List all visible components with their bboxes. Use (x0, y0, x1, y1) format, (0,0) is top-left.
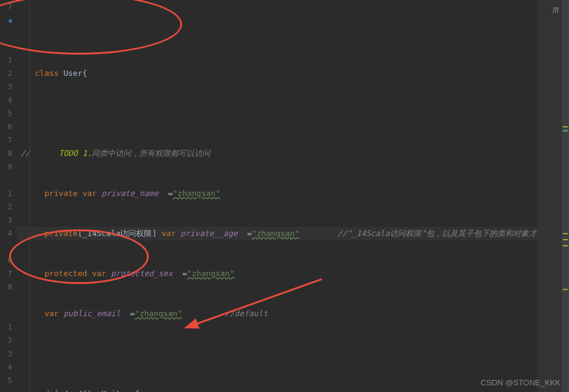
gutter: 7 ◉ 1 2 3 4 5 6 7 8 9 1 2 3 4 6 7 8 1 2 … (0, 0, 17, 392)
code-line[interactable]: class User{ (21, 67, 569, 80)
scroll-mark (563, 126, 568, 127)
code-line[interactable]: protected var protected_sex ="zhangsan" (21, 267, 569, 280)
line-num: 8 (0, 147, 12, 160)
line-num: 5 (0, 107, 12, 120)
line-num (0, 40, 12, 53)
scroll-mark (563, 245, 568, 246)
line-num: 1 (0, 53, 12, 67)
code-area[interactable]: class User{ // TODO 1.同类中访问，所有权限都可以访问 pr… (17, 0, 569, 392)
code-line[interactable]: // TODO 1.同类中访问，所有权限都可以访问 (21, 147, 569, 160)
line-num: 3 (0, 80, 12, 93)
line-num: 3 (0, 214, 12, 227)
scrollbar[interactable] (562, 0, 569, 392)
line-num: 7 (8, 2, 12, 11)
minimap[interactable]: m (537, 0, 562, 392)
scroll-mark (563, 130, 568, 132)
line-num (0, 307, 12, 320)
minimap-indicator: m (552, 4, 558, 15)
code-line[interactable] (21, 347, 569, 360)
line-num: 5 (0, 374, 12, 387)
code-line[interactable]: def test(): Unit = { (21, 387, 569, 392)
line-num: 1 (0, 187, 12, 200)
line-num: 8 (0, 280, 12, 294)
line-num: 7 (0, 267, 12, 280)
gutter-run-icon[interactable]: ◉ (9, 17, 12, 24)
line-num: 2 (0, 200, 12, 214)
line-num (0, 27, 12, 40)
watermark: CSDN @STONE_KKK (481, 378, 560, 387)
line-num (0, 240, 12, 254)
line-num: 1 (0, 320, 12, 334)
line-num: 2 (0, 67, 12, 80)
line-num: 4 (0, 227, 12, 240)
line-num (0, 294, 12, 307)
scroll-mark (563, 233, 568, 234)
code-line[interactable]: private[_14Scala访问权限] var private__age =… (21, 227, 569, 240)
editor-container: 7 ◉ 1 2 3 4 5 6 7 8 9 1 2 3 4 6 7 8 1 2 … (0, 0, 569, 392)
line-num: 7 (0, 133, 12, 147)
code-line[interactable]: private var private_name ="zhangsan" (21, 187, 569, 200)
line-num: 3 (0, 347, 12, 360)
line-num: 9 (0, 160, 12, 174)
code-line[interactable]: var public_email ="zhangsan" //default (21, 307, 569, 320)
line-num: 6 (0, 254, 12, 267)
code-line[interactable] (21, 107, 569, 120)
scroll-mark (563, 289, 568, 290)
scroll-mark (563, 239, 568, 240)
line-num (0, 174, 12, 187)
line-num: 6 (0, 120, 12, 133)
line-num: 4 (0, 93, 12, 107)
line-num: 2 (0, 334, 12, 347)
line-num: 4 (0, 360, 12, 374)
